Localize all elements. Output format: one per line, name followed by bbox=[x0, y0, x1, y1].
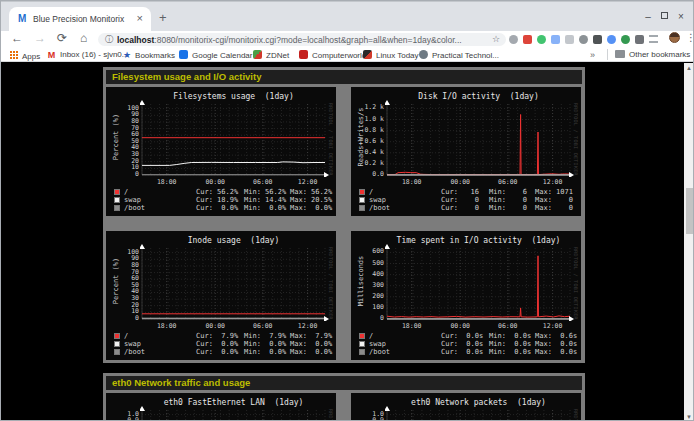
extension-puzzle-icon[interactable] bbox=[635, 35, 644, 44]
close-button[interactable]: × bbox=[675, 11, 687, 22]
legend-max: Max: 0.0% bbox=[290, 204, 332, 212]
profile-avatar[interactable] bbox=[669, 32, 680, 43]
x-tick-label: 06:00 bbox=[246, 178, 280, 186]
y-tick-label: 70 bbox=[108, 269, 139, 276]
y-tick-label: 30 bbox=[108, 295, 139, 302]
graph-panel[interactable]: eth0 FastEthernet LAN (1day)KBytes/sRRDT… bbox=[106, 393, 336, 421]
legend-max: Max: 1071 bbox=[535, 188, 573, 196]
minimize-button[interactable]: – bbox=[642, 11, 654, 22]
bookmarks-overflow-icon[interactable]: » bbox=[590, 50, 595, 60]
legend-cur: Cur: 0.0s bbox=[441, 348, 483, 356]
other-bookmarks-button[interactable]: Other bookmarks bbox=[615, 50, 690, 60]
bookmark-linux-today-icon bbox=[363, 50, 372, 59]
y-tick-label: 50 bbox=[108, 282, 139, 289]
graph-panel[interactable]: Inode usage (1day)Percent (%)RRDTOOL / T… bbox=[106, 231, 336, 360]
bookmark-bookmarks[interactable]: ★Bookmarks bbox=[123, 50, 175, 60]
monitorix-favicon-icon: M bbox=[18, 13, 26, 24]
y-tick-label: 30 bbox=[108, 151, 139, 158]
y-tick-label: 100 bbox=[108, 105, 139, 112]
bookmark-practical-technol[interactable]: Practical Technol... bbox=[419, 50, 499, 60]
browser-menu-icon[interactable]: ⋮ bbox=[686, 32, 694, 43]
legend-cur: Cur: 0.0% bbox=[196, 348, 238, 356]
page-info-icon[interactable]: ⓘ bbox=[105, 34, 113, 45]
legend-min: Min: 0.0s bbox=[489, 332, 531, 340]
monitor-section: eth0 Network traffic and usageeth0 FastE… bbox=[103, 373, 585, 421]
bookmark-google-calendar[interactable]: Google Calendar bbox=[179, 50, 252, 60]
legend-swatch bbox=[114, 349, 120, 355]
browser-tab[interactable]: M Blue Precision Monitorix × bbox=[9, 7, 151, 32]
evernote-icon[interactable] bbox=[537, 35, 546, 44]
legend-cur: Cur: 0 bbox=[441, 196, 479, 204]
legend-name: swap bbox=[369, 196, 386, 204]
back-button[interactable]: ← bbox=[11, 31, 23, 45]
plot-area bbox=[140, 406, 331, 421]
x-tick-label: 00:00 bbox=[198, 322, 232, 330]
x-tick-label: 12:00 bbox=[536, 322, 570, 330]
scroll-up-arrow-icon[interactable]: ▲ bbox=[686, 65, 692, 71]
bookmark-inbox-16-sjvn0-icon: M bbox=[47, 51, 56, 60]
y-tick-label: 0.2 k bbox=[353, 160, 384, 167]
plot-area bbox=[385, 244, 576, 321]
legend-min: Min: 14.4% bbox=[244, 196, 286, 204]
legend-min: Min: 0.0s bbox=[489, 340, 531, 348]
bookmark-label: Linux Today bbox=[376, 51, 419, 60]
maximize-button[interactable] bbox=[661, 12, 668, 19]
vertical-scrollbar[interactable]: ▲ ▼ bbox=[684, 63, 694, 421]
legend-max: Max: 0.0% bbox=[290, 348, 332, 356]
messenger-icon[interactable] bbox=[607, 35, 616, 44]
copy-pages-icon[interactable] bbox=[551, 35, 560, 44]
y-tick-label: 10 bbox=[108, 164, 139, 171]
bookmark-star-icon[interactable]: ☆ bbox=[492, 34, 500, 44]
forward-button[interactable]: → bbox=[34, 31, 46, 45]
scroll-down-arrow-icon[interactable]: ▼ bbox=[686, 414, 692, 420]
legend-cur: Cur: 0 bbox=[441, 204, 479, 212]
graph-panel[interactable]: eth0 Network packets (1day)Packets/sRRDT… bbox=[351, 393, 581, 421]
scrollbar-thumb[interactable] bbox=[686, 188, 694, 234]
tab-close-icon[interactable]: × bbox=[137, 12, 143, 24]
legend-max: Max: 0 bbox=[535, 204, 573, 212]
graph-panel[interactable]: Disk I/O activity (1day)Reads+Writes/sRR… bbox=[351, 87, 581, 216]
notes-icon[interactable] bbox=[565, 35, 574, 44]
bookmark-computerworld[interactable]: Computerworld bbox=[299, 50, 366, 60]
reload-button[interactable]: ⟳ bbox=[57, 31, 67, 45]
gmail-icon[interactable] bbox=[523, 35, 532, 44]
y-tick-label: 0.8 k bbox=[353, 127, 384, 134]
apps-shortcut[interactable]: Apps bbox=[9, 50, 40, 60]
legend-max: Max: 20.5% bbox=[290, 196, 332, 204]
plot-area bbox=[140, 244, 331, 321]
browser-toolbar: ← → ⟳ ⌂ ⓘ localhost:8080/monitorix-cgi/m… bbox=[1, 31, 693, 48]
legend-min: Min: 56.2% bbox=[244, 188, 286, 196]
legend-min: Min: 0.0% bbox=[244, 204, 286, 212]
bookmark-zdnet[interactable]: ZDNet bbox=[253, 50, 289, 60]
search-icon[interactable] bbox=[509, 35, 518, 44]
legend-name: /boot bbox=[124, 348, 145, 356]
dark-app-icon[interactable] bbox=[593, 35, 602, 44]
legend-cur: Cur: 18.9% bbox=[196, 196, 238, 204]
legend-max: Max: 56.2% bbox=[290, 188, 332, 196]
legend-cur: Cur: 7.9% bbox=[196, 332, 238, 340]
address-bar[interactable]: ⓘ localhost:8080/monitorix-cgi/monitorix… bbox=[98, 33, 506, 46]
bookmark-inbox-16-sjvn0[interactable]: MInbox (16) - sjvn0... bbox=[47, 50, 128, 60]
x-tick-label: 12:00 bbox=[291, 178, 325, 186]
bookmark-bookmarks-icon: ★ bbox=[123, 50, 131, 60]
legend-name: / bbox=[124, 188, 128, 196]
section-header: eth0 Network traffic and usage bbox=[106, 376, 582, 390]
whatsapp-icon[interactable] bbox=[621, 35, 630, 44]
speaker-icon[interactable] bbox=[579, 35, 588, 44]
reading-list-icon[interactable] bbox=[649, 35, 658, 43]
graph-panel[interactable]: Time spent in I/O activity (1day)Millise… bbox=[351, 231, 581, 360]
legend-cur: Cur: 0.0% bbox=[196, 340, 238, 348]
legend-cur: Cur: 0.0% bbox=[196, 204, 238, 212]
bookmark-linux-today[interactable]: Linux Today bbox=[363, 50, 419, 60]
new-tab-button[interactable]: + bbox=[159, 10, 167, 25]
graph-panel[interactable]: Filesystems usage (1day)Percent (%)RRDTO… bbox=[106, 87, 336, 216]
legend-cur: Cur: 16 bbox=[441, 188, 479, 196]
home-button[interactable]: ⌂ bbox=[80, 31, 87, 45]
legend-max: Max: 7.9% bbox=[290, 332, 332, 340]
y-tick-label: 10 bbox=[108, 308, 139, 315]
bookmarks-bar: Apps » Other bookmarks MInbox (16) - sjv… bbox=[1, 48, 693, 62]
y-tick-label: 1.0 bbox=[108, 411, 139, 418]
folder-icon bbox=[615, 50, 625, 58]
legend-min: Min: 7.9% bbox=[244, 332, 286, 340]
legend-cur: Cur: 0.0s bbox=[441, 332, 483, 340]
